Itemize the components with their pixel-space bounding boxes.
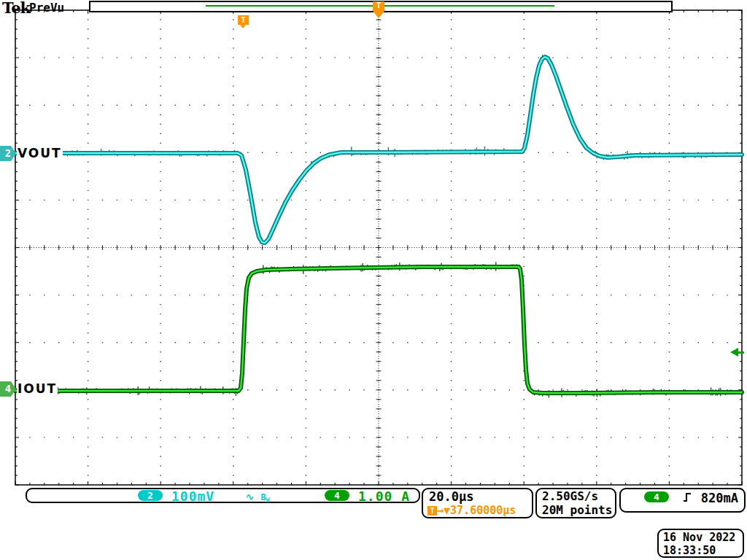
- sample-rate-readout: 2.50GS/s: [542, 489, 598, 503]
- trigger-point-pin-icon[interactable]: T: [238, 15, 249, 25]
- channel4-waveform-label: IOUT: [17, 381, 58, 396]
- ac-coupling-icon: ∿: [246, 491, 254, 502]
- oscilloscope-screen: Tek PreVu T T 2 VOUT 4 IOUT 2 100mV ∿ BW…: [0, 0, 747, 560]
- datetime-box[interactable]: 16 Nov 2022 18:33:50: [657, 529, 744, 558]
- delay-trigger-icon: T: [427, 506, 437, 516]
- trigger-level-readout: 820mA: [701, 491, 738, 505]
- delay-arrows-icon: →▼: [437, 504, 450, 517]
- delay-value: 37.60000µs: [450, 504, 516, 517]
- trigger-level-arrow-tail: [738, 351, 744, 354]
- trigger-source-badge: 4: [644, 491, 669, 502]
- channel2-waveform-label: VOUT: [17, 146, 63, 160]
- trigger-level-arrow-icon[interactable]: [730, 348, 744, 357]
- rising-edge-icon: [683, 491, 693, 503]
- bandwidth-limit-icon: BW: [261, 492, 270, 502]
- ch4-scale-readout[interactable]: 1.00 A: [358, 489, 410, 504]
- record-length-readout: 20M points: [542, 503, 612, 517]
- acquisition-mode-label: PreVu: [29, 1, 64, 15]
- ch4-readout-badge[interactable]: 4: [325, 490, 349, 501]
- expansion-point-arrow-icon[interactable]: [372, 10, 385, 18]
- ch2-scale-readout[interactable]: 100mV: [171, 489, 214, 504]
- acquisition-readout-box[interactable]: 2.50GS/s 20M points: [535, 488, 616, 518]
- timebase-readout-box[interactable]: 20.0µs T→▼37.60000µs: [422, 488, 533, 518]
- record-trigger-marker-icon[interactable]: T: [373, 1, 384, 10]
- ch2-indicator-icons: ∿ BW: [246, 489, 270, 504]
- timebase-scale-readout[interactable]: 20.0µs: [429, 489, 473, 504]
- channel-readout-box[interactable]: 2 100mV ∿ BW 4 1.00 A: [26, 488, 420, 503]
- date-readout: 16 Nov 2022: [663, 531, 738, 544]
- graticule-and-traces: [0, 0, 747, 560]
- ch2-readout-badge[interactable]: 2: [138, 490, 163, 501]
- delay-readout[interactable]: T→▼37.60000µs: [427, 504, 516, 517]
- trigger-readout-box[interactable]: 4 820mA: [619, 488, 746, 513]
- tek-logo: Tek: [2, 0, 30, 17]
- time-readout: 18:33:50: [663, 544, 738, 557]
